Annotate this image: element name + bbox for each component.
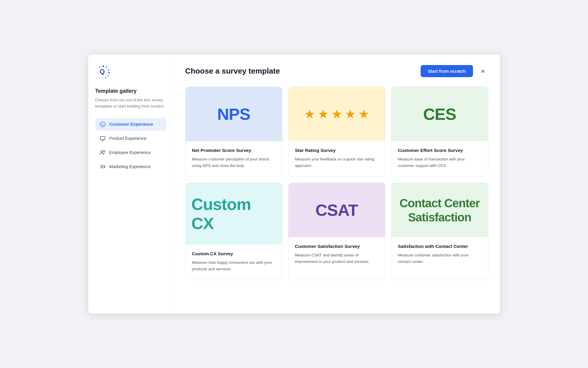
svg-point-18 [101,150,103,152]
svg-point-16 [103,123,104,124]
employees-icon [99,149,106,156]
stars-row: ★ ★ ★ ★ ★ [304,107,369,121]
svg-point-10 [96,72,97,73]
svg-point-19 [103,150,105,152]
card-body-ces: Customer Effort Score Survey Measure eas… [392,141,488,176]
card-body-cx: Custom CX Survey Measure how happy consu… [186,245,282,280]
smiley-icon [99,121,106,127]
sidebar-item-label: Marketing Experience [109,164,151,169]
card-body-nps: Net Promoter Score Survey Measure custom… [186,141,282,176]
template-grid: NPS Net Promoter Score Survey Measure cu… [185,87,488,280]
template-card-custom-cx[interactable]: Custom CX Custom CX Survey Measure how h… [185,183,282,280]
svg-point-3 [108,69,109,71]
sidebar-item-label: Employee Experience [109,150,151,155]
card-image-ces: CES [392,87,488,141]
card-body-cc: Satisfaction with Contact Center Measure… [392,237,488,280]
svg-rect-17 [100,136,105,140]
sidebar-title: Template gallery [95,88,166,94]
card-body-star: Star Rating Survey Measure your feedback… [289,141,385,176]
svg-point-11 [97,69,98,70]
card-image-cx: Custom CX [186,183,282,245]
app-container: Q Template gallery Choose from our out-o… [88,54,500,314]
svg-point-2 [106,67,107,68]
sidebar-item-label: Product Experience [109,136,147,141]
sidebar-item-employee-experience[interactable]: Employee Experience [95,146,166,159]
card-image-nps: NPS [186,87,282,141]
svg-point-15 [101,123,102,124]
header-actions: Start from scratch × [421,65,488,77]
main-header: Choose a survey template Start from scra… [185,65,488,77]
nps-label: NPS [217,105,250,124]
card-image-cc: Contact Center Satisfaction [392,183,488,237]
sidebar-description: Choose from our out-of-the box survey te… [95,97,166,110]
template-card-contact-center[interactable]: Contact Center Satisfaction Satisfaction… [391,183,488,280]
card-desc-nps: Measure customer perception of your bran… [192,156,276,169]
ces-label: CES [423,105,456,124]
sidebar-item-label: Customer Experience [109,122,153,127]
card-desc-star: Measure your feedback on a quick star ra… [295,156,379,169]
star-1: ★ [304,107,315,121]
nav-list: Customer Experience Product Experience [95,118,166,173]
logo: Q [95,64,111,80]
main-content: Choose a survey template Start from scra… [174,54,500,314]
svg-point-8 [99,77,100,78]
card-desc-csat: Measure CSAT and identify areas of impro… [295,252,379,265]
sidebar: Q Template gallery Choose from our out-o… [88,54,174,314]
template-card-ces[interactable]: CES Customer Effort Score Survey Measure… [391,87,488,177]
card-desc-cc: Measure customer satisfaction with your … [398,252,482,265]
close-button[interactable]: × [478,66,488,77]
card-name-nps: Net Promoter Score Survey [192,148,276,153]
start-from-scratch-button[interactable]: Start from scratch [421,65,473,77]
svg-point-7 [102,78,103,79]
card-image-csat: CSAT [289,183,385,237]
svg-point-4 [108,72,110,74]
svg-point-6 [105,77,106,79]
star-4: ★ [345,107,356,121]
template-card-nps[interactable]: NPS Net Promoter Score Survey Measure cu… [185,87,282,177]
card-name-star: Star Rating Survey [295,148,379,153]
svg-text:Q: Q [100,68,105,75]
cc-label: Contact Center Satisfaction [397,196,482,224]
card-name-cc: Satisfaction with Contact Center [398,244,482,249]
template-card-star-rating[interactable]: ★ ★ ★ ★ ★ Star Rating Survey Measure you… [288,87,385,177]
sidebar-item-marketing-experience[interactable]: Marketing Experience [95,160,166,173]
csat-label: CSAT [315,200,358,220]
sidebar-item-product-experience[interactable]: Product Experience [95,132,166,145]
card-name-csat: Customer Satisfaction Survey [295,244,379,249]
svg-point-5 [107,75,109,77]
page-title: Choose a survey template [185,67,280,76]
svg-point-14 [100,122,105,127]
template-card-csat[interactable]: CSAT Customer Satisfaction Survey Measur… [288,183,385,280]
star-3: ★ [331,107,342,121]
svg-point-1 [102,65,104,67]
cx-label: Custom CX [191,195,276,233]
card-image-star: ★ ★ ★ ★ ★ [289,87,385,141]
megaphone-icon [99,163,106,170]
svg-point-9 [97,75,98,76]
sidebar-item-customer-experience[interactable]: Customer Experience [95,118,166,131]
monitor-icon [99,135,106,142]
card-name-cx: Custom CX Survey [192,251,276,256]
card-desc-cx: Measure how happy consumers are with you… [192,259,276,272]
star-2: ★ [318,107,329,121]
card-name-ces: Customer Effort Score Survey [398,148,482,153]
star-5: ★ [358,107,369,121]
card-body-csat: Customer Satisfaction Survey Measure CSA… [289,237,385,280]
card-desc-ces: Measure ease of transaction with your cu… [398,156,482,169]
